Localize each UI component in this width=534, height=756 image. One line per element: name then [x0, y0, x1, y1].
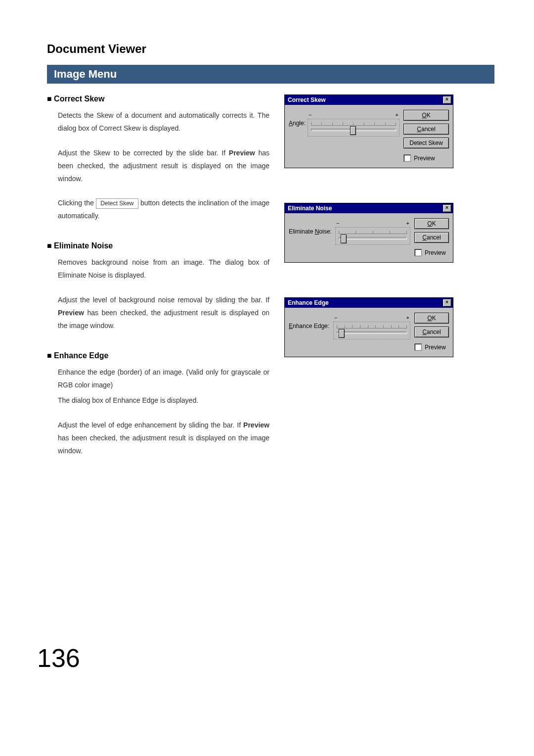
detect-skew-button[interactable]: Detect Skew: [403, 138, 449, 148]
heading-eliminate-noise: Eliminate Noise: [47, 241, 269, 250]
inline-button-detect-skew: Detect Skew: [96, 198, 138, 209]
ok-button[interactable]: OK: [403, 110, 449, 121]
section-band: Image Menu: [47, 65, 494, 84]
section-enhance-edge: Enhance Edge Enhance the edge (border) o…: [47, 351, 269, 458]
cancel-button[interactable]: Cancel: [403, 124, 449, 135]
slider[interactable]: [333, 322, 410, 339]
titlebar[interactable]: Correct Skew ×: [285, 95, 453, 105]
heading-correct-skew: Correct Skew: [47, 94, 269, 103]
dialog-eliminate-noise: Eliminate Noise × Eliminate Noise: − +: [284, 203, 453, 263]
dialog-enhance-edge: Enhance Edge × Enhance Edge: − +: [284, 297, 453, 357]
cancel-button[interactable]: Cancel: [414, 232, 449, 243]
ok-button[interactable]: OK: [414, 313, 449, 324]
section-correct-skew: Correct Skew Detects the Skew of a docum…: [47, 94, 269, 223]
plus-sign: +: [406, 220, 409, 226]
cancel-button[interactable]: Cancel: [414, 327, 449, 337]
titlebar[interactable]: Eliminate Noise ×: [285, 203, 453, 213]
preview-label: Preview: [425, 344, 446, 351]
preview-checkbox[interactable]: Preview: [414, 343, 449, 351]
ok-button[interactable]: OK: [414, 218, 449, 229]
slider-label: Angle:: [289, 120, 306, 127]
plus-sign: +: [406, 315, 409, 321]
checkbox-icon: [414, 249, 422, 256]
para: Removes background noise from an image. …: [58, 256, 269, 282]
close-icon[interactable]: ×: [443, 96, 451, 104]
checkbox-icon: [414, 343, 422, 351]
plus-sign: +: [396, 112, 399, 118]
para: Adjust the Skew to be corrected by the s…: [58, 147, 269, 186]
dialog-correct-skew: Correct Skew × Angle: − +: [284, 94, 453, 168]
para: Detects the Skew of a document and autom…: [58, 109, 269, 135]
preview-label: Preview: [425, 249, 446, 256]
doc-title: Document Viewer: [47, 42, 494, 56]
para: Adjust the level of background noise rem…: [58, 294, 269, 332]
close-icon[interactable]: ×: [443, 299, 451, 307]
preview-checkbox[interactable]: Preview: [414, 249, 449, 256]
slider[interactable]: [335, 227, 410, 245]
para: Enhance the edge (border) of an image. (…: [58, 366, 269, 392]
checkbox-icon: [403, 154, 411, 162]
minus-sign: −: [334, 315, 337, 321]
page-number: 136: [37, 643, 80, 673]
titlebar[interactable]: Enhance Edge ×: [285, 298, 453, 308]
para: Clicking the Detect Skew button detects …: [58, 197, 269, 223]
section-eliminate-noise: Eliminate Noise Removes background noise…: [47, 241, 269, 332]
minus-sign: −: [309, 112, 312, 118]
slider-label: Eliminate Noise:: [289, 228, 333, 235]
slider-label: Enhance Edge:: [289, 323, 331, 330]
para: The dialog box of Enhance Edge is displa…: [58, 394, 269, 407]
preview-label: Preview: [414, 155, 435, 162]
title-text: Eliminate Noise: [288, 205, 332, 212]
close-icon[interactable]: ×: [443, 204, 451, 212]
slider[interactable]: [308, 119, 400, 137]
preview-checkbox[interactable]: Preview: [403, 154, 449, 162]
para: Adjust the level of edge enhancement by …: [58, 419, 269, 458]
text: Clicking the: [58, 199, 96, 207]
minus-sign: −: [336, 220, 339, 226]
heading-enhance-edge: Enhance Edge: [47, 351, 269, 360]
title-text: Correct Skew: [288, 96, 326, 103]
title-text: Enhance Edge: [288, 299, 329, 306]
